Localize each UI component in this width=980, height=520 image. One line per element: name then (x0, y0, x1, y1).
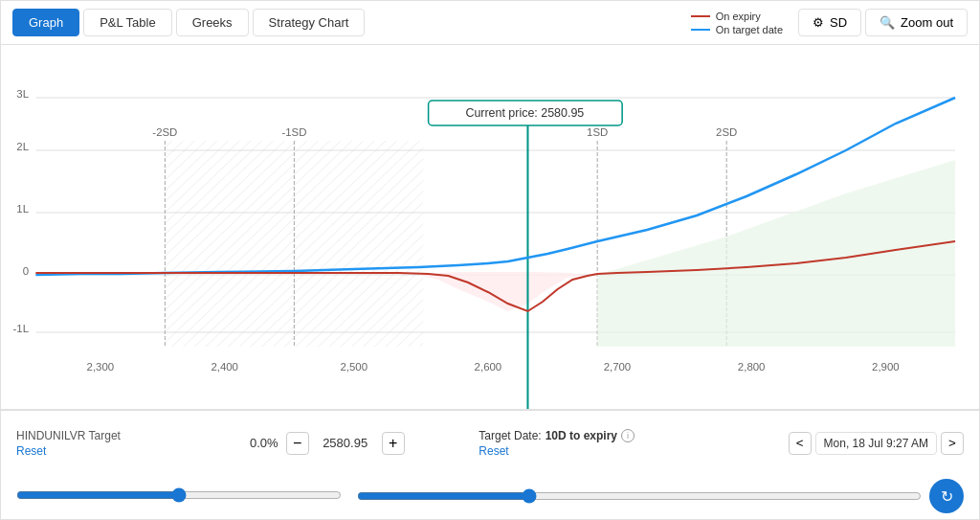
svg-text:2,300: 2,300 (87, 361, 115, 373)
tab-greeks[interactable]: Greeks (176, 9, 249, 36)
footer-container: HINDUNILVR Target Reset 0.0% − 2580.95 +… (1, 409, 979, 519)
svg-rect-27 (165, 141, 294, 347)
refresh-button[interactable]: ↻ (929, 479, 964, 513)
footer-nav: < Mon, 18 Jul 9:27 AM > (789, 432, 964, 455)
tab-graph[interactable]: Graph (12, 9, 79, 36)
svg-text:2,900: 2,900 (872, 361, 900, 373)
slider-left (16, 487, 342, 506)
target-date-value: 10D to expiry (546, 429, 617, 442)
target-date-label: Target Date: (479, 429, 541, 442)
chart-svg: 3L 2L 1L 0 -1L 2,300 2,400 2,500 2,600 2… (1, 45, 979, 409)
zoom-out-button[interactable]: 🔍 Zoom out (865, 9, 968, 36)
svg-text:-1L: -1L (13, 323, 30, 334)
sd-button-label: SD (830, 15, 847, 30)
footer-center: 0.0% − 2580.95 + (169, 432, 479, 455)
svg-text:-1SD: -1SD (281, 126, 306, 138)
slider-right: ↻ (357, 479, 964, 513)
target-date-row: Target Date: 10D to expiry i (479, 429, 788, 442)
svg-text:2SD: 2SD (716, 126, 737, 138)
gear-icon: ⚙ (813, 15, 824, 30)
svg-rect-28 (294, 141, 423, 347)
svg-text:3L: 3L (16, 88, 29, 100)
symbol-label: HINDUNILVR Target (16, 429, 169, 442)
svg-text:Current price: 2580.95: Current price: 2580.95 (465, 106, 584, 120)
reset-button-1[interactable]: Reset (16, 444, 169, 458)
chart-area: 3L 2L 1L 0 -1L 2,300 2,400 2,500 2,600 2… (1, 45, 979, 409)
minus-button[interactable]: − (286, 432, 309, 455)
legend-expiry-label: On expiry (716, 11, 761, 22)
svg-text:1SD: 1SD (587, 126, 608, 138)
svg-text:2,500: 2,500 (340, 361, 368, 373)
sd-button[interactable]: ⚙ SD (798, 9, 861, 36)
legend: On expiry On target date (691, 11, 783, 35)
next-button[interactable]: > (941, 432, 964, 455)
price-display: 2580.95 (317, 436, 374, 450)
info-icon[interactable]: i (621, 429, 635, 442)
svg-text:2,600: 2,600 (475, 361, 502, 373)
date-slider[interactable] (357, 488, 922, 504)
legend-expiry: On expiry (691, 11, 783, 22)
svg-text:2,400: 2,400 (211, 361, 238, 373)
toolbar: Graph P&L Table Greeks Strategy Chart On… (1, 1, 979, 45)
datetime-display: Mon, 18 Jul 9:27 AM (815, 432, 937, 455)
reset-button-2[interactable]: Reset (479, 444, 788, 458)
footer-left: HINDUNILVR Target Reset (16, 429, 169, 458)
svg-text:-2SD: -2SD (152, 126, 177, 138)
svg-text:2,700: 2,700 (604, 361, 632, 373)
price-slider[interactable] (16, 487, 342, 503)
footer-right: Target Date: 10D to expiry i Reset (479, 429, 788, 458)
footer-row: HINDUNILVR Target Reset 0.0% − 2580.95 +… (1, 410, 979, 475)
plus-button[interactable]: + (382, 432, 405, 455)
svg-text:2,800: 2,800 (738, 361, 766, 373)
prev-button[interactable]: < (789, 432, 812, 455)
legend-target-label: On target date (716, 24, 783, 35)
tab-pl-table[interactable]: P&L Table (83, 9, 172, 36)
legend-line-orange (691, 15, 710, 17)
svg-text:1L: 1L (16, 203, 29, 215)
legend-line-blue (691, 29, 710, 31)
svg-text:0: 0 (23, 265, 29, 277)
svg-text:2L: 2L (16, 141, 29, 152)
legend-target: On target date (691, 24, 783, 35)
percentage-display: 0.0% (244, 436, 278, 450)
zoom-out-label: Zoom out (901, 15, 953, 30)
app-container: Graph P&L Table Greeks Strategy Chart On… (0, 0, 980, 520)
tab-strategy-chart[interactable]: Strategy Chart (253, 9, 366, 36)
zoom-icon: 🔍 (880, 15, 895, 30)
slider-row: ↻ (1, 475, 979, 519)
